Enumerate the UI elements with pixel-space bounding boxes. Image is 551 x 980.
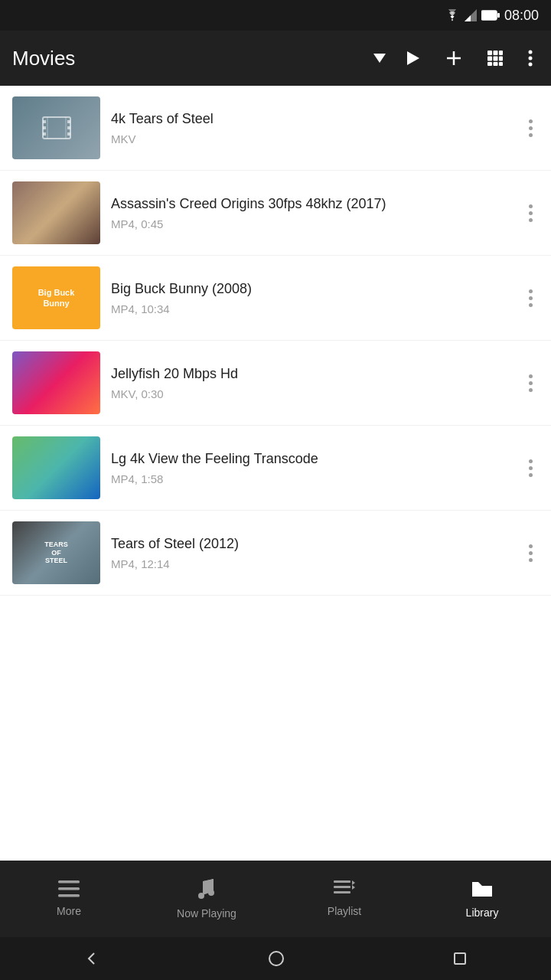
grid-button[interactable] xyxy=(481,44,510,73)
movie-info: Jellyfish 20 Mbps Hd MKV, 0:30 xyxy=(100,365,523,400)
add-button[interactable] xyxy=(439,44,468,73)
list-item[interactable]: 4k Tears of Steel MKV xyxy=(0,86,551,171)
movie-meta: MP4, 0:45 xyxy=(111,217,512,230)
home-button[interactable] xyxy=(249,944,303,973)
svg-point-40 xyxy=(269,952,283,965)
svg-rect-10 xyxy=(487,57,492,61)
item-more-button[interactable] xyxy=(523,198,539,228)
nav-label-more: More xyxy=(57,905,81,917)
svg-marker-4 xyxy=(407,51,419,65)
bottom-nav: More Now Playing Playlist xyxy=(0,861,551,937)
svg-rect-14 xyxy=(494,62,498,66)
movie-title: Jellyfish 20 Mbps Hd xyxy=(111,365,512,383)
svg-rect-9 xyxy=(499,51,503,55)
item-more-button[interactable] xyxy=(523,283,539,313)
list-item[interactable]: Big BuckBunny Big Buck Bunny (2008) MP4,… xyxy=(0,256,551,341)
nav-label-now-playing: Now Playing xyxy=(177,907,236,920)
svg-rect-2 xyxy=(481,11,497,20)
movie-thumbnail xyxy=(12,436,100,499)
movie-info: Lg 4k View the Feeling Transcode MP4, 1:… xyxy=(100,450,523,485)
item-more-button[interactable] xyxy=(523,538,539,568)
movie-thumbnail: TEARSOFSTEEL xyxy=(12,521,100,584)
list-item[interactable]: Jellyfish 20 Mbps Hd MKV, 0:30 xyxy=(0,341,551,426)
svg-rect-20 xyxy=(43,120,46,123)
movie-list: 4k Tears of Steel MKV Assassin's Creed O… xyxy=(0,86,551,861)
signal-icon xyxy=(465,9,477,21)
movie-meta: MP4, 12:14 xyxy=(111,557,512,570)
svg-rect-21 xyxy=(43,126,46,129)
app-bar: Movies xyxy=(0,31,551,86)
svg-point-16 xyxy=(529,51,533,54)
list-item[interactable]: Assassin's Creed Origins 30fps 48khz (20… xyxy=(0,171,551,256)
movie-title: Tears of Steel (2012) xyxy=(111,535,512,553)
item-more-button[interactable] xyxy=(523,453,539,483)
overflow-menu-button[interactable] xyxy=(522,44,539,73)
item-more-button[interactable] xyxy=(523,368,539,398)
svg-rect-37 xyxy=(334,891,350,893)
movie-info: Tears of Steel (2012) MP4, 12:14 xyxy=(100,535,523,570)
svg-rect-33 xyxy=(204,881,205,893)
nav-item-now-playing[interactable]: Now Playing xyxy=(138,861,276,937)
status-bar: 08:00 xyxy=(0,0,551,31)
svg-point-17 xyxy=(529,57,533,60)
nav-label-playlist: Playlist xyxy=(328,905,361,917)
svg-point-18 xyxy=(529,63,533,67)
movie-meta: MP4, 1:58 xyxy=(111,472,512,485)
movie-meta: MP4, 10:34 xyxy=(111,302,512,315)
battery-icon xyxy=(481,10,500,21)
svg-rect-25 xyxy=(67,132,70,136)
svg-rect-19 xyxy=(43,117,70,139)
movie-thumbnail xyxy=(12,351,100,414)
svg-rect-3 xyxy=(497,13,500,18)
nav-item-library[interactable]: Library xyxy=(413,861,551,937)
status-icons: 08:00 xyxy=(445,8,539,24)
svg-rect-23 xyxy=(67,120,70,123)
svg-rect-15 xyxy=(499,62,503,66)
dropdown-arrow[interactable] xyxy=(373,54,386,63)
movie-info: 4k Tears of Steel MKV xyxy=(100,110,523,145)
hamburger-icon xyxy=(58,880,80,900)
nav-item-playlist[interactable]: Playlist xyxy=(276,861,413,937)
svg-rect-28 xyxy=(58,880,80,884)
svg-rect-30 xyxy=(58,894,80,897)
nav-item-more[interactable]: More xyxy=(0,861,138,937)
movie-meta: MKV xyxy=(111,132,512,145)
movie-title: Assassin's Creed Origins 30fps 48khz (20… xyxy=(111,195,512,213)
back-button[interactable] xyxy=(66,945,118,972)
svg-rect-22 xyxy=(43,132,46,136)
svg-point-32 xyxy=(208,890,214,896)
folder-icon xyxy=(471,879,494,902)
movie-thumbnail xyxy=(12,181,100,244)
movie-title: Big Buck Bunny (2008) xyxy=(111,280,512,298)
list-item[interactable]: Lg 4k View the Feeling Transcode MP4, 1:… xyxy=(0,426,551,511)
item-more-button[interactable] xyxy=(523,113,539,143)
movie-meta: MKV, 0:30 xyxy=(111,387,512,400)
svg-rect-34 xyxy=(212,879,214,890)
app-title: Movies xyxy=(12,47,361,70)
svg-rect-7 xyxy=(487,51,492,55)
recents-button[interactable] xyxy=(435,946,485,972)
svg-rect-12 xyxy=(499,57,503,61)
list-item[interactable]: TEARSOFSTEEL Tears of Steel (2012) MP4, … xyxy=(0,511,551,596)
svg-rect-41 xyxy=(455,953,465,964)
playlist-icon xyxy=(334,880,355,900)
movie-title: 4k Tears of Steel xyxy=(111,110,512,128)
svg-rect-8 xyxy=(494,51,498,55)
play-button[interactable] xyxy=(398,44,427,73)
svg-rect-11 xyxy=(494,57,498,61)
system-nav-bar xyxy=(0,937,551,980)
svg-point-31 xyxy=(198,893,204,899)
status-time: 08:00 xyxy=(504,8,539,24)
svg-marker-38 xyxy=(352,885,355,890)
music-note-icon xyxy=(198,878,215,903)
movie-info: Big Buck Bunny (2008) MP4, 10:34 xyxy=(100,280,523,315)
nav-label-library: Library xyxy=(466,906,499,919)
movie-title: Lg 4k View the Feeling Transcode xyxy=(111,450,512,468)
movie-info: Assassin's Creed Origins 30fps 48khz (20… xyxy=(100,195,523,230)
wifi-icon xyxy=(445,9,460,21)
svg-marker-39 xyxy=(352,880,355,885)
svg-rect-24 xyxy=(67,126,70,129)
movie-thumbnail xyxy=(12,96,100,159)
svg-rect-35 xyxy=(334,880,350,883)
movie-thumbnail: Big BuckBunny xyxy=(12,266,100,329)
